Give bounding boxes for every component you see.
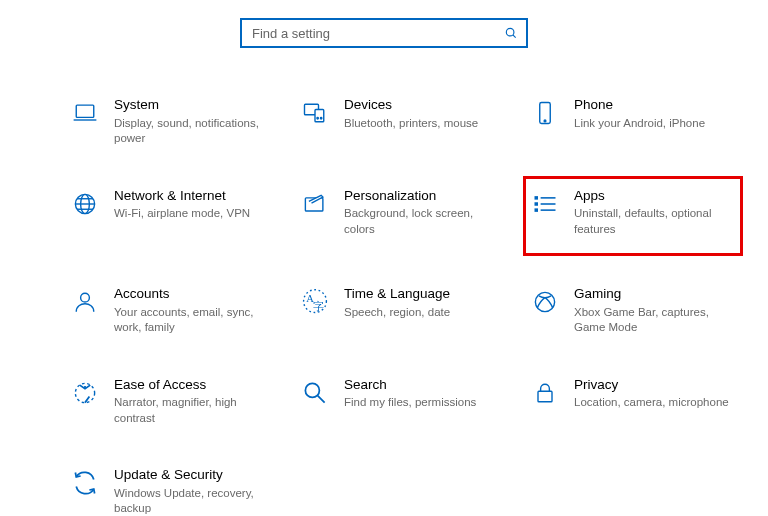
category-title: Time & Language bbox=[344, 285, 450, 303]
svg-point-6 bbox=[317, 118, 318, 119]
category-desc: Uninstall, defaults, optional features bbox=[574, 206, 730, 237]
category-title: Personalization bbox=[344, 187, 500, 205]
category-desc: Xbox Game Bar, captures, Game Mode bbox=[574, 305, 730, 336]
search-icon bbox=[504, 26, 518, 40]
svg-rect-2 bbox=[76, 105, 94, 117]
category-time-language[interactable]: A 字 Time & Language Speech, region, date bbox=[298, 279, 508, 342]
svg-rect-17 bbox=[535, 202, 539, 206]
person-icon bbox=[70, 287, 100, 317]
svg-rect-16 bbox=[535, 196, 539, 200]
category-title: Gaming bbox=[574, 285, 730, 303]
category-title: Search bbox=[344, 376, 476, 394]
paint-icon bbox=[300, 189, 330, 219]
laptop-icon bbox=[70, 98, 100, 128]
svg-line-1 bbox=[513, 35, 516, 38]
category-network[interactable]: Network & Internet Wi-Fi, airplane mode,… bbox=[68, 181, 278, 252]
category-search[interactable]: Search Find my files, permissions bbox=[298, 370, 508, 433]
svg-point-28 bbox=[305, 383, 319, 397]
category-desc: Background, lock screen, colors bbox=[344, 206, 500, 237]
category-personalization[interactable]: Personalization Background, lock screen,… bbox=[298, 181, 508, 252]
category-title: Update & Security bbox=[114, 466, 270, 484]
category-desc: Wi-Fi, airplane mode, VPN bbox=[114, 206, 250, 222]
ease-of-access-icon bbox=[70, 378, 100, 408]
category-gaming[interactable]: Gaming Xbox Game Bar, captures, Game Mod… bbox=[528, 279, 738, 342]
category-desc: Find my files, permissions bbox=[344, 395, 476, 411]
svg-point-22 bbox=[81, 293, 90, 302]
category-desc: Location, camera, microphone bbox=[574, 395, 729, 411]
category-title: Phone bbox=[574, 96, 705, 114]
language-icon: A 字 bbox=[300, 287, 330, 317]
category-title: Apps bbox=[574, 187, 730, 205]
category-desc: Bluetooth, printers, mouse bbox=[344, 116, 478, 132]
svg-rect-30 bbox=[538, 391, 552, 402]
lock-icon bbox=[530, 378, 560, 408]
xbox-icon bbox=[530, 287, 560, 317]
sync-icon bbox=[70, 468, 100, 498]
category-phone[interactable]: Phone Link your Android, iPhone bbox=[528, 90, 738, 153]
category-title: Privacy bbox=[574, 376, 729, 394]
category-title: Network & Internet bbox=[114, 187, 250, 205]
category-title: Accounts bbox=[114, 285, 270, 303]
category-ease-of-access[interactable]: Ease of Access Narrator, magnifier, high… bbox=[68, 370, 278, 433]
category-system[interactable]: System Display, sound, notifications, po… bbox=[68, 90, 278, 153]
svg-point-26 bbox=[535, 293, 554, 312]
category-desc: Narrator, magnifier, high contrast bbox=[114, 395, 270, 426]
category-privacy[interactable]: Privacy Location, camera, microphone bbox=[528, 370, 738, 433]
apps-list-icon bbox=[530, 189, 560, 219]
svg-line-29 bbox=[318, 395, 325, 402]
svg-point-7 bbox=[320, 118, 321, 119]
globe-icon bbox=[70, 189, 100, 219]
search-box[interactable] bbox=[240, 18, 528, 48]
svg-rect-5 bbox=[315, 110, 324, 122]
category-desc: Link your Android, iPhone bbox=[574, 116, 705, 132]
category-desc: Speech, region, date bbox=[344, 305, 450, 321]
category-title: Devices bbox=[344, 96, 478, 114]
svg-rect-18 bbox=[535, 208, 539, 212]
search-input[interactable] bbox=[250, 25, 504, 42]
settings-grid: System Display, sound, notifications, po… bbox=[68, 90, 718, 516]
category-title: Ease of Access bbox=[114, 376, 270, 394]
category-title: System bbox=[114, 96, 270, 114]
svg-point-9 bbox=[544, 120, 546, 122]
search-category-icon bbox=[300, 378, 330, 408]
category-desc: Windows Update, recovery, backup bbox=[114, 486, 270, 516]
devices-icon bbox=[300, 98, 330, 128]
category-update-security[interactable]: Update & Security Windows Update, recove… bbox=[68, 460, 278, 516]
category-accounts[interactable]: Accounts Your accounts, email, sync, wor… bbox=[68, 279, 278, 342]
category-apps[interactable]: Apps Uninstall, defaults, optional featu… bbox=[528, 181, 738, 252]
category-desc: Display, sound, notifications, power bbox=[114, 116, 270, 147]
category-desc: Your accounts, email, sync, work, family bbox=[114, 305, 270, 336]
category-devices[interactable]: Devices Bluetooth, printers, mouse bbox=[298, 90, 508, 153]
svg-point-0 bbox=[506, 28, 514, 36]
phone-icon bbox=[530, 98, 560, 128]
